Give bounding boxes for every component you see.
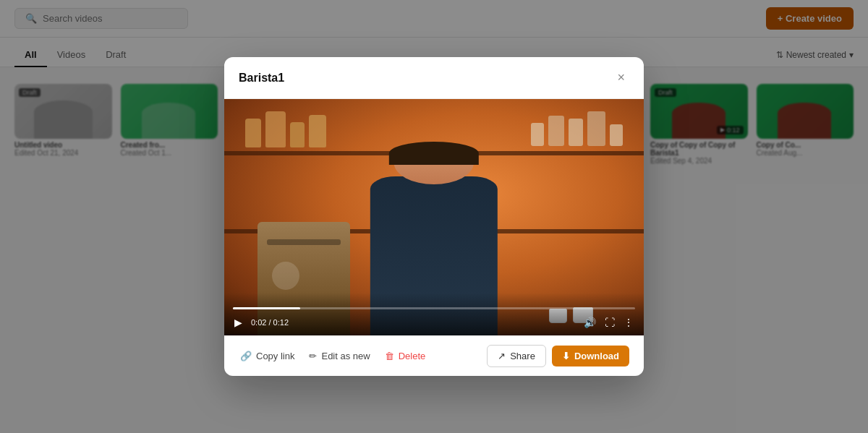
video-modal: Barista1 × bbox=[224, 57, 644, 67]
modal-header: Barista1 × bbox=[224, 57, 644, 67]
modal-overlay: Barista1 × bbox=[0, 0, 868, 67]
